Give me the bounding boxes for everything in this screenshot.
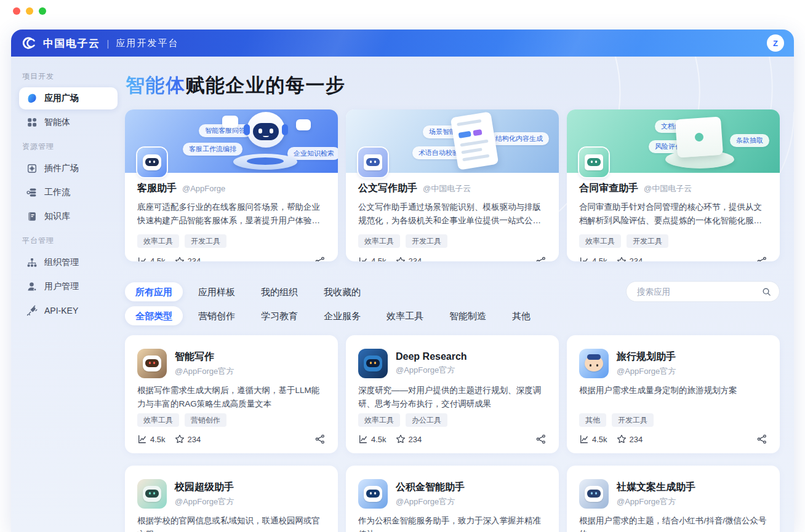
app-author: @中国电子云 <box>423 183 471 194</box>
banner-tag: 结构化内容生成 <box>489 132 549 145</box>
category-marketing[interactable]: 营销创作 <box>188 306 246 325</box>
views-chart-icon <box>137 256 147 261</box>
sidebar-item-label: 用户管理 <box>44 281 79 292</box>
featured-card-body: 公文写作助手 @中国电子云 公文写作助手通过场景智能识别、模板驱动与排版规范化，… <box>346 173 559 261</box>
tab-my-org[interactable]: 我的组织 <box>250 282 308 301</box>
sidebar-section-label: 资源管理 <box>22 141 118 152</box>
minimize-window-button[interactable] <box>26 7 33 15</box>
app-description: 公文写作助手通过场景智能识别、模板驱动与排版规范化，为各级机关和企事业单位提供一… <box>358 200 547 228</box>
featured-card-contract-review[interactable]: 文档解析 条款抽取 风险评估 合同审查助手 @中国电子云 合同审查助手针对合同管… <box>567 109 780 261</box>
app-description: 根据写作需求生成大纲后，遵循大纲，基于LLM能力与丰富的RAG策略生成高质量文本 <box>137 384 326 411</box>
app-header: 中国电子云 | 应用开发平台 Z <box>11 30 794 57</box>
sidebar-item-label: 工作流 <box>44 187 70 198</box>
app-card-smart-writing[interactable]: 智能写作 @AppForge官方 根据写作需求生成大纲后，遵循大纲，基于LLM能… <box>125 335 338 453</box>
category-other[interactable]: 其他 <box>502 306 541 325</box>
category-education[interactable]: 学习教育 <box>250 306 308 325</box>
category-tag: 效率工具 <box>137 413 179 427</box>
share-icon[interactable] <box>756 434 767 445</box>
app-card-social-media-copy[interactable]: 社媒文案生成助手 @AppForge官方 根据用户需求的主题，结合小红书/抖音/… <box>567 466 780 532</box>
sidebar-item-user-management[interactable]: 用户管理 <box>19 276 118 298</box>
banner-tag: 条款抽取 <box>730 134 769 147</box>
app-card-housing-fund-assistant[interactable]: 公积金智能助手 @AppForge官方 作为公积金智能服务助手，致力于深入掌握并… <box>346 466 559 532</box>
star-icon[interactable] <box>617 256 627 261</box>
category-efficiency[interactable]: 效率工具 <box>376 306 434 325</box>
sidebar-item-knowledge-base[interactable]: 知识库 <box>19 205 118 228</box>
user-management-icon <box>26 281 38 292</box>
share-icon[interactable] <box>535 434 547 445</box>
app-description: 根据用户需求的主题，结合小红书/抖音/微信公众号的 <box>579 514 767 532</box>
views-count: 4.5k <box>150 256 166 261</box>
views-count: 4.5k <box>371 435 386 444</box>
category-enterprise[interactable]: 企业服务 <box>313 306 371 325</box>
app-name: 校园超级助手 <box>175 481 234 494</box>
app-avatar <box>579 479 609 509</box>
stars-count: 234 <box>409 256 422 261</box>
star-icon[interactable] <box>175 256 185 261</box>
category-tag: 开发工具 <box>627 234 668 248</box>
robot-illustration <box>247 112 285 148</box>
sidebar-item-label: 应用广场 <box>44 93 79 104</box>
sidebar-item-api-key[interactable]: API-KEY <box>19 300 118 322</box>
sidebar-item-app-plaza[interactable]: 应用广场 <box>19 87 118 109</box>
close-window-button[interactable] <box>13 7 20 15</box>
search-icon[interactable] <box>762 287 771 296</box>
views-chart-icon <box>358 434 368 444</box>
app-author: @AppForge官方 <box>617 496 695 507</box>
share-icon[interactable] <box>314 434 326 445</box>
sidebar-item-agents[interactable]: 智能体 <box>19 111 118 133</box>
knowledge-base-icon <box>26 211 38 222</box>
star-icon[interactable] <box>396 256 406 261</box>
maximize-window-button[interactable] <box>39 7 46 15</box>
app-description: 深度研究——对用户提供的主题进行规划、深度调研、思考与分布执行，交付调研成果 <box>358 384 547 411</box>
user-avatar[interactable]: Z <box>767 34 784 52</box>
category-tag: 其他 <box>579 413 606 427</box>
star-icon[interactable] <box>396 434 406 444</box>
page-title-highlight: 智能体 <box>126 74 186 96</box>
stars-count: 234 <box>188 435 201 444</box>
app-avatar <box>137 349 167 378</box>
org-management-icon <box>26 257 38 268</box>
page-title: 智能体赋能企业的每一步 <box>126 73 780 98</box>
search-box <box>626 281 780 302</box>
sidebar-item-label: 组织管理 <box>44 257 79 268</box>
category-tag: 效率工具 <box>358 234 400 248</box>
tab-my-favorites[interactable]: 我收藏的 <box>313 282 371 301</box>
star-icon[interactable] <box>175 434 185 444</box>
sidebar-item-label: 插件广场 <box>44 163 79 174</box>
featured-card-official-writing[interactable]: 场景智能识别 结构化内容生成 术语自动校验 公 <box>346 109 559 261</box>
share-icon[interactable] <box>535 256 547 261</box>
sidebar-section-label: 平台管理 <box>22 236 118 246</box>
app-avatar <box>579 349 609 378</box>
category-tag: 效率工具 <box>579 234 621 248</box>
brand-name: 中国电子云 <box>43 36 100 50</box>
banner-tag: 术语自动校验 <box>412 146 465 159</box>
star-icon[interactable] <box>617 434 627 444</box>
category-tag: 营销创作 <box>185 413 226 427</box>
category-all-types[interactable]: 全部类型 <box>125 306 183 325</box>
app-name: 客服助手 <box>137 182 177 195</box>
app-card-deep-research[interactable]: Deep Research @AppForge官方 深度研究——对用户提供的主题… <box>346 335 559 453</box>
agents-icon <box>26 117 38 128</box>
app-card-travel-planner[interactable]: 旅行规划助手 @AppForge官方 根据用户需求生成量身定制的旅游规划方案 其… <box>567 335 780 453</box>
tab-app-templates[interactable]: 应用样板 <box>188 282 246 301</box>
app-description: 合同审查助手针对合同管理的核心环节，提供从文档解析到风险评估、要点提炼的一体化智… <box>579 200 767 228</box>
app-grid: 智能写作 @AppForge官方 根据写作需求生成大纲后，遵循大纲，基于LLM能… <box>125 335 780 532</box>
workflow-icon <box>26 187 38 198</box>
header-divider: | <box>107 38 110 49</box>
brand-logo-icon <box>21 35 37 51</box>
sidebar-item-org-management[interactable]: 组织管理 <box>19 252 118 274</box>
tab-all-apps[interactable]: 所有应用 <box>125 282 183 301</box>
sidebar-section-label: 项目开发 <box>22 71 118 82</box>
app-tabs-row: 所有应用 应用样板 我的组织 我收藏的 <box>125 281 780 302</box>
category-manufacturing[interactable]: 智能制造 <box>439 306 497 325</box>
sidebar-item-workflow[interactable]: 工作流 <box>19 181 118 204</box>
stars-count: 234 <box>630 256 643 261</box>
share-icon[interactable] <box>756 256 767 261</box>
plugin-plaza-icon <box>26 163 38 174</box>
share-icon[interactable] <box>314 256 326 261</box>
sidebar-item-plugin-plaza[interactable]: 插件广场 <box>19 157 118 180</box>
stars-count: 234 <box>188 256 201 261</box>
app-card-campus-assistant[interactable]: 校园超级助手 @AppForge官方 根据学校的官网信息或私域知识，联通校园网或… <box>125 466 338 532</box>
featured-card-customer-service[interactable]: 智能客服问答 客服工作流编排 企业知识检索 <box>125 109 338 261</box>
search-input[interactable] <box>636 287 762 297</box>
